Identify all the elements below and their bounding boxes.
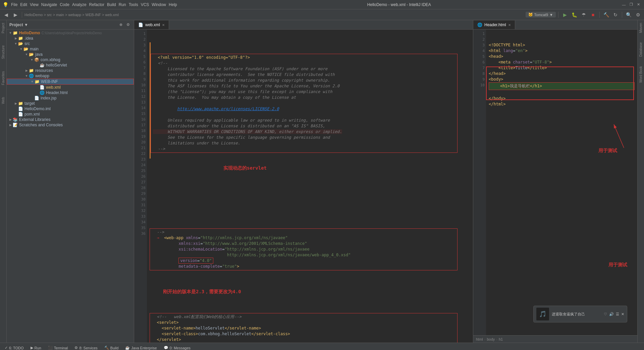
messages-btn[interactable]: 💬 0: Messages [161,345,193,350]
menu-window[interactable]: Window [152,2,166,7]
sidebar-structure-label[interactable]: Structure [1,44,6,60]
music-close[interactable]: ✕ [621,312,624,316]
tree-item-webapp[interactable]: ▼ 🌐 webapp [7,73,134,79]
main-label: main [30,47,39,51]
services-btn[interactable]: ⚙ 8: Services [72,345,100,350]
tomcat-selector[interactable]: 🐱 Tomcat9 ▼ [526,12,556,17]
minimize-button[interactable]: — [621,2,627,7]
menu-file[interactable]: File [11,2,17,7]
search-everywhere[interactable]: 🔍 [625,11,633,19]
project-panel-title: Project ▼ [9,23,116,27]
sidebar-project-label[interactable]: Project [1,21,6,35]
menu-tools[interactable]: Tools [129,2,138,7]
arrow-icon: ▶ [8,118,13,121]
tree-item-webinf[interactable]: ▼ 📁 WEB-INF [7,79,134,85]
tab-webxml-close[interactable]: ✕ [162,23,165,27]
menu-view[interactable]: View [30,2,39,7]
tree-item-indexjsp[interactable]: ▶ 📄 index.jsp [7,95,134,101]
music-list[interactable]: ☰ [616,312,619,316]
messages-icon: 💬 [164,346,168,350]
tree-item-webxml[interactable]: ▶ 📄 web.xml [7,85,134,90]
run-with-coverage[interactable]: ☂ [580,11,588,19]
close-button[interactable]: ✕ [636,2,641,7]
project-path: HelloDemo > src > main > webapp > WEB-IN… [24,13,119,17]
editor-area: 📄 web.xml ✕ 12345 678910 1112131415 1617… [134,20,473,343]
sidebar-wordbook-label[interactable]: Word Book [638,65,643,84]
tree-item-headerhtml[interactable]: ▶ 🌐 Header.html [7,90,134,95]
tree-item-hellodemo[interactable]: ▼ 📁 HelloDemo C:\Users\xbhog\IdeaProject… [7,30,134,36]
arrow-icon: ▶ [24,69,29,72]
pomxml-label: pom.xml [24,112,40,117]
toolbar-sep-3 [599,12,600,18]
sidebar-maven-label[interactable]: Maven [638,21,643,34]
menu-vcs[interactable]: VCS [141,2,149,7]
package-label: com.xbhog [41,57,60,62]
java-enterprise-btn[interactable]: ☕ Java Enterprise [122,345,159,350]
music-volume[interactable]: 🔊 [609,312,614,316]
restore-button[interactable]: ❐ [629,2,634,7]
menu-analyze[interactable]: Analyze [72,2,87,7]
run-bottom-btn[interactable]: ▶ Run [28,345,44,350]
sync-button[interactable]: ↻ [611,11,620,19]
menu-run[interactable]: Run [119,2,126,7]
headerhtml-code-content[interactable]: 12345 678910 <!DOCTYPE html> <html lang=… [473,30,637,335]
project-locate-btn[interactable]: ⊕ [118,22,124,28]
tab-headerhtml[interactable]: 🌐 Header.html ✕ [473,20,515,29]
annotation-test: 用于测试 [608,262,627,268]
tree-item-scratches[interactable]: ▶ 📝 Scratches and Consoles [7,122,134,128]
music-like[interactable]: ♡ [604,312,607,316]
webxml-editor[interactable]: 12345 678910 1112131415 1617181920 21222… [134,30,473,343]
debug-button[interactable]: 🐛 [570,11,578,19]
todo-btn[interactable]: ✓ 6: TODO [2,345,26,350]
arrow-icon: ▼ [24,74,29,78]
src-label: src [24,41,30,46]
headerhtml-code[interactable]: <!DOCTYPE html> <html lang="en"> <head> … [486,30,637,335]
project-gear-btn[interactable]: ⚙ [125,22,131,28]
xml-icon: 📄 [40,85,45,90]
build-bottom-btn[interactable]: 🔨 Build [102,345,121,350]
build-button[interactable]: 🔨 [602,11,610,19]
menu-refactor[interactable]: Refactor [89,2,104,7]
tree-item-servlet[interactable]: ▶ ☕ helloServlet [7,62,134,68]
pom-icon: 📄 [18,112,23,117]
run-button[interactable]: ▶ [561,11,569,19]
tab-webxml[interactable]: 📄 web.xml ✕ [134,20,169,29]
tree-item-package[interactable]: ▼ 📦 com.xbhog [7,57,134,62]
tomcat-dropdown-icon: ▼ [549,13,553,17]
webxml-label: web.xml [46,85,61,90]
java-label: java [35,52,43,57]
sidebar-database-label[interactable]: Database [638,41,643,58]
tab-webxml-label: web.xml [145,23,160,27]
toolbar-sep-4 [622,12,622,18]
tree-item-idea[interactable]: ▶ 📁 .idea [7,36,134,41]
arrow-icon: ▶ [13,37,18,40]
toolbar-forward[interactable]: ▶ [11,11,19,19]
tree-item-main[interactable]: ▼ 📂 main [7,46,134,52]
menu-help[interactable]: Help [169,2,177,7]
menu-build[interactable]: Build [107,2,116,7]
webxml-code[interactable]: <?xml version="1.0" encoding="UTF-8"?> <… [147,30,473,343]
tree-item-src[interactable]: ▼ 📂 src [7,41,134,46]
menu-code[interactable]: Code [60,2,69,7]
todo-label: 6: TODO [9,346,24,350]
settings-button[interactable]: ⚙ [634,11,642,19]
tree-item-iml[interactable]: ▶ 📄 HelloDemo.iml [7,106,134,112]
right-tab-bar: 🌐 Header.html ✕ [473,20,637,30]
menu-navigate[interactable]: Navigate [41,2,57,7]
html-icon: 🌐 [40,90,45,95]
tree-item-java[interactable]: ▼ 📂 java [7,52,134,57]
folder-icon: 📂 [18,41,23,46]
tree-item-external-libs[interactable]: ▶ 📚 External Libraries [7,117,134,122]
tree-item-target[interactable]: ▶ 📁 target [7,101,134,106]
tree-item-resources[interactable]: ▶ 📁 resources [7,68,134,73]
folder-icon: 📂 [29,52,34,57]
menu-edit[interactable]: Edit [20,2,27,7]
tree-item-pomxml[interactable]: ▶ 📄 pom.xml [7,112,134,117]
stop-button[interactable]: ■ [589,11,597,19]
terminal-btn[interactable]: ⬛ Terminal [45,345,71,350]
sidebar-favorites-label[interactable]: Favorites [1,70,6,86]
tab-headerhtml-close[interactable]: ✕ [508,23,511,27]
sidebar-web-label[interactable]: Web [1,96,6,105]
toolbar-back[interactable]: ◀ [2,11,10,19]
java-enterprise-icon: ☕ [125,346,130,350]
